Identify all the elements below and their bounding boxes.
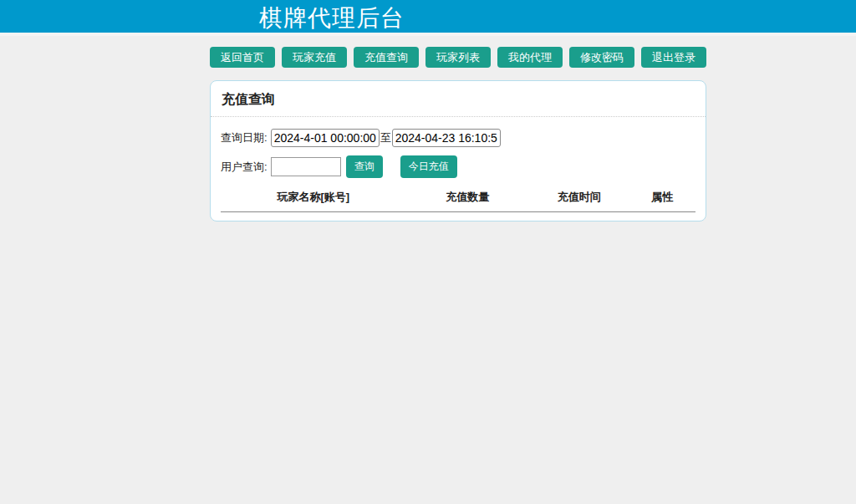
nav-button-change-password[interactable]: 修改密码 xyxy=(569,47,634,68)
app-header: 棋牌代理后台 xyxy=(0,0,856,36)
end-date-input[interactable] xyxy=(392,129,501,147)
nav-button-recharge-query[interactable]: 充值查询 xyxy=(354,47,419,68)
date-separator: 至 xyxy=(380,130,391,145)
main-nav: 返回首页 玩家充值 充值查询 玩家列表 我的代理 修改密码 退出登录 xyxy=(210,47,706,68)
query-date-row: 查询日期: 至 xyxy=(221,129,696,147)
content-wrapper: 返回首页 玩家充值 充值查询 玩家列表 我的代理 修改密码 退出登录 充值查询 … xyxy=(210,47,706,221)
user-query-row: 用户查询: 查询 今日充值 xyxy=(221,155,696,178)
user-query-input[interactable] xyxy=(271,157,341,176)
nav-button-player-list[interactable]: 玩家列表 xyxy=(425,47,491,68)
start-date-input[interactable] xyxy=(271,129,380,147)
panel-title: 充值查询 xyxy=(211,81,706,117)
query-date-label: 查询日期: xyxy=(221,130,268,145)
user-query-label: 用户查询: xyxy=(221,160,268,175)
panel-body: 查询日期: 至 用户查询: 查询 今日充值 玩家名称[账号] 充值数量 充值时间… xyxy=(211,117,706,221)
column-recharge-amount: 充值数量 xyxy=(406,190,530,212)
recharge-table: 玩家名称[账号] 充值数量 充值时间 属性 xyxy=(221,190,696,212)
nav-button-player-recharge[interactable]: 玩家充值 xyxy=(282,47,347,68)
column-player-name: 玩家名称[账号] xyxy=(221,190,406,212)
recharge-query-panel: 充值查询 查询日期: 至 用户查询: 查询 今日充值 玩家名称[账号] 充值数量 xyxy=(210,80,706,221)
column-recharge-time: 充值时间 xyxy=(529,190,629,212)
nav-button-home[interactable]: 返回首页 xyxy=(210,47,275,68)
nav-button-my-agents[interactable]: 我的代理 xyxy=(497,47,563,68)
search-button[interactable]: 查询 xyxy=(346,155,383,178)
today-recharge-button[interactable]: 今日充值 xyxy=(400,155,457,178)
app-title: 棋牌代理后台 xyxy=(0,0,856,36)
table-header-row: 玩家名称[账号] 充值数量 充值时间 属性 xyxy=(221,190,696,212)
nav-button-logout[interactable]: 退出登录 xyxy=(641,47,706,68)
column-attribute: 属性 xyxy=(629,190,696,212)
